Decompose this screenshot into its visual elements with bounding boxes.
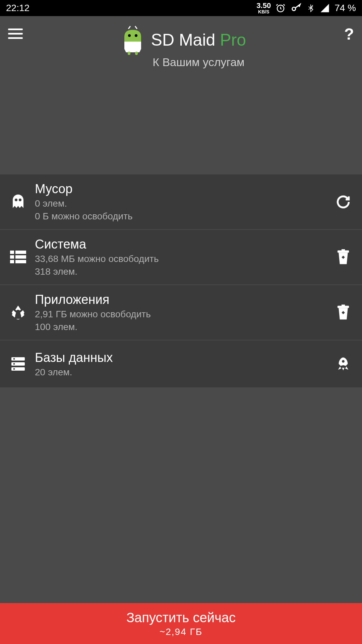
key-icon <box>290 3 302 13</box>
svg-rect-19 <box>342 305 345 306</box>
app-title: SD Maid Pro К Вашим услугам <box>23 25 344 69</box>
recycle-icon <box>8 304 28 321</box>
list-item-system[interactable]: Система 33,68 МБ можно освободить 318 эл… <box>0 230 362 285</box>
help-button[interactable]: ? <box>344 25 354 43</box>
svg-rect-12 <box>15 255 26 259</box>
svg-rect-5 <box>128 52 130 55</box>
svg-rect-6 <box>135 52 138 55</box>
svg-rect-13 <box>10 260 14 263</box>
svg-point-4 <box>135 34 137 37</box>
delete-button[interactable] <box>334 303 353 322</box>
refresh-button[interactable] <box>334 193 353 211</box>
item-title: Мусор <box>35 182 334 196</box>
item-sub: 0 элем. <box>35 198 334 209</box>
svg-point-25 <box>13 363 15 365</box>
status-network-speed: 3.50 KB/S <box>256 2 271 14</box>
item-sub: 318 элем. <box>35 266 334 277</box>
rocket-button[interactable] <box>334 355 353 373</box>
item-title: Система <box>35 237 334 252</box>
delete-button[interactable] <box>334 248 353 267</box>
item-sub: 33,68 МБ можно освободить <box>35 254 334 264</box>
bluetooth-icon <box>306 3 315 13</box>
list-item-databases[interactable]: Базы данных 20 элем. <box>0 340 362 388</box>
item-sub: 0 Б можно освободить <box>35 211 334 222</box>
status-battery: 74 % <box>335 3 356 13</box>
tool-list: Мусор 0 элем. 0 Б можно освободить Систе… <box>0 174 362 388</box>
app-name: SD Maid <box>151 31 216 49</box>
svg-rect-11 <box>10 255 14 259</box>
svg-point-27 <box>342 360 345 363</box>
svg-point-7 <box>15 199 17 201</box>
spacer <box>0 70 362 174</box>
database-icon <box>8 356 28 372</box>
app-subtitle: К Вашим услугам <box>153 56 244 69</box>
footer-label: Запустить сейчас <box>126 610 236 625</box>
alarm-icon <box>276 3 286 13</box>
item-title: Приложения <box>35 292 334 307</box>
list-item-trash[interactable]: Мусор 0 элем. 0 Б можно освободить <box>0 174 362 230</box>
svg-point-3 <box>128 34 131 37</box>
svg-point-24 <box>13 358 15 360</box>
svg-point-26 <box>13 368 15 370</box>
svg-rect-10 <box>15 251 26 254</box>
status-time: 22:12 <box>6 3 29 13</box>
svg-point-8 <box>19 199 21 201</box>
app-logo-icon <box>121 25 144 55</box>
app-pro-label: Pro <box>220 31 246 49</box>
svg-rect-16 <box>342 249 345 251</box>
list-icon <box>8 251 28 264</box>
footer-size: ~2,94 ГБ <box>160 627 202 637</box>
svg-rect-2 <box>124 42 141 49</box>
item-title: Базы данных <box>35 351 334 365</box>
svg-rect-9 <box>10 251 14 254</box>
item-sub: 100 элем. <box>35 322 334 332</box>
item-sub: 2,91 ГБ можно освободить <box>35 309 334 320</box>
app-bar: SD Maid Pro К Вашим услугам ? <box>0 16 362 70</box>
status-bar: 22:12 3.50 KB/S 74 % <box>0 0 362 16</box>
run-now-button[interactable]: Запустить сейчас ~2,94 ГБ <box>0 603 362 644</box>
list-item-apps[interactable]: Приложения 2,91 ГБ можно освободить 100 … <box>0 285 362 340</box>
signal-icon <box>320 3 330 13</box>
menu-button[interactable] <box>8 26 23 41</box>
svg-rect-14 <box>15 260 26 263</box>
ghost-icon <box>8 193 28 211</box>
item-sub: 20 элем. <box>35 367 334 378</box>
